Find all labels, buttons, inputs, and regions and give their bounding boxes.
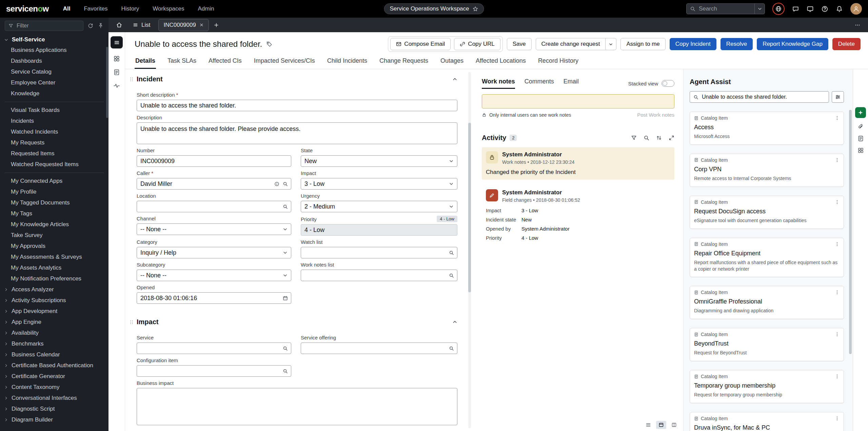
kebab-menu-icon[interactable] — [835, 116, 840, 120]
nav-workspaces[interactable]: Workspaces — [152, 3, 185, 14]
stacked-view-toggle[interactable] — [662, 80, 674, 87]
agent-assist-scrollbar-thumb[interactable] — [849, 110, 852, 354]
report-knowledge-gap-button[interactable]: Report Knowledge Gap — [757, 38, 828, 50]
search-scope-dropdown[interactable] — [754, 4, 765, 14]
nav-item-my-connected-apps[interactable]: My Connected Apps — [0, 176, 108, 187]
nav-item-requested-items[interactable]: Requested Items — [0, 148, 108, 159]
nav-module-benchmarks[interactable]: Benchmarks — [0, 338, 108, 349]
kebab-menu-icon[interactable] — [835, 200, 840, 204]
tab-record-history[interactable]: Record History — [537, 55, 579, 69]
assign-to-me-button[interactable]: Assign to me — [620, 38, 665, 50]
reference-lookup-icon[interactable] — [283, 346, 288, 351]
card-title[interactable]: Request DocuSign access — [694, 208, 840, 215]
opened-input[interactable] — [137, 292, 291, 304]
tab-comments[interactable]: Comments — [525, 78, 554, 89]
assist-card-docusign[interactable]: Catalog Item Request DocuSign access eSi… — [690, 196, 844, 229]
reference-lookup-icon[interactable] — [283, 369, 288, 374]
global-search-input[interactable] — [698, 5, 746, 13]
tab-details[interactable]: Details — [135, 55, 156, 69]
nav-item-watched-requested-items[interactable]: Watched Requested Items — [0, 159, 108, 170]
sidebar-scrollbar[interactable] — [106, 47, 108, 118]
agent-assist-search-input[interactable] — [701, 94, 825, 100]
nav-item-dashboards[interactable]: Dashboards — [0, 56, 108, 66]
global-search[interactable] — [686, 3, 765, 14]
nav-module-conversational-interfaces[interactable]: Conversational Interfaces — [0, 393, 108, 404]
create-change-request-caret-button[interactable] — [606, 38, 616, 50]
assist-card-repair-office-equipment[interactable]: Catalog Item Repair Office Equipment Rep… — [690, 238, 844, 277]
nav-module-availability[interactable]: Availability — [0, 328, 108, 338]
nav-item-visual-task-boards[interactable]: Visual Task Boards — [0, 105, 108, 116]
nav-item-my-tags[interactable]: My Tags — [0, 208, 108, 219]
assist-card-access[interactable]: Catalog Item Access Microsoft Access — [690, 112, 844, 145]
nav-item-watched-incidents[interactable]: Watched Incidents — [0, 126, 108, 137]
nav-module-content-taxonomy[interactable]: Content Taxonomy — [0, 382, 108, 393]
list-view-icon[interactable] — [643, 421, 653, 429]
kebab-menu-icon[interactable] — [835, 332, 840, 337]
nav-module-certificate-generator[interactable]: Certificate Generator — [0, 371, 108, 382]
nav-item-my-assessments-surveys[interactable]: My Assessments & Surveys — [0, 252, 108, 262]
nav-item-my-profile[interactable]: My Profile — [0, 187, 108, 197]
reference-lookup-icon[interactable] — [449, 273, 454, 278]
agent-assist-scrollbar[interactable] — [849, 73, 852, 428]
search-icon[interactable] — [644, 135, 649, 141]
pin-menu-icon[interactable] — [98, 23, 104, 29]
assist-card-beyondtrust[interactable]: Catalog Item BeyondTrust Request for Bey… — [690, 328, 844, 361]
delete-button[interactable]: Delete — [832, 38, 861, 50]
nav-all[interactable]: All — [62, 3, 71, 14]
expand-icon[interactable] — [669, 135, 674, 141]
nav-item-my-assets-analytics[interactable]: My Assets Analytics — [0, 262, 108, 273]
card-title[interactable]: Temporary group membership — [694, 382, 840, 389]
nav-module-app-engine[interactable]: App Engine — [0, 317, 108, 328]
card-title[interactable]: Druva inSync, for Mac & PC — [694, 424, 840, 431]
nav-history[interactable]: History — [120, 3, 140, 14]
card-view-icon[interactable] — [656, 421, 666, 429]
card-title[interactable]: BeyondTrust — [694, 340, 840, 347]
card-title[interactable]: Access — [694, 124, 840, 131]
category-select[interactable]: Inquiry / Help — [137, 247, 291, 258]
collapse-section-icon[interactable] — [452, 319, 457, 325]
tag-icon[interactable] — [266, 41, 272, 47]
favorite-star-icon[interactable] — [473, 6, 478, 12]
drag-grip-icon[interactable] — [129, 320, 134, 325]
activity-entry-field-changes[interactable]: System Administrator Field changes • 201… — [482, 185, 674, 248]
tab-impacted-services-cis[interactable]: Impacted Services/CIs — [253, 55, 316, 69]
nav-item-my-tagged-documents[interactable]: My Tagged Documents — [0, 197, 108, 208]
nav-filter-input[interactable] — [16, 22, 57, 29]
card-title[interactable]: Corp VPN — [694, 166, 840, 173]
reference-lookup-icon[interactable] — [449, 250, 454, 255]
kebab-menu-icon[interactable] — [835, 242, 840, 247]
card-title[interactable]: OmniGraffle Professional — [694, 298, 840, 305]
channel-select[interactable]: -- None -- — [137, 223, 291, 235]
kebab-menu-icon[interactable] — [835, 158, 840, 162]
nav-module-business-calendar[interactable]: Business Calendar — [0, 349, 108, 360]
copy-incident-button[interactable]: Copy Incident — [670, 38, 716, 50]
feedback-chat-icon[interactable] — [792, 5, 799, 13]
post-work-notes-button[interactable]: Post Work notes — [637, 112, 674, 118]
urgency-select[interactable]: 2 - Medium — [301, 201, 457, 212]
close-tab-icon[interactable] — [199, 23, 204, 27]
form-scrollbar-thumb[interactable] — [468, 123, 471, 292]
attachments-paperclip-icon[interactable] — [857, 123, 864, 130]
knowledge-doc-icon[interactable] — [857, 135, 864, 142]
tab-outages[interactable]: Outages — [440, 55, 464, 69]
watch-list-input[interactable] — [301, 247, 457, 258]
tab-overflow-icon[interactable] — [854, 22, 863, 28]
nav-item-service-catalog[interactable]: Service Catalog — [0, 66, 108, 77]
kebab-menu-icon[interactable] — [835, 374, 840, 379]
calendar-icon[interactable] — [283, 296, 288, 301]
collapse-section-icon[interactable] — [452, 77, 457, 82]
nav-admin[interactable]: Admin — [197, 3, 215, 14]
description-textarea[interactable]: Unable to access the shared folder. Plea… — [137, 122, 457, 144]
nav-module-diagnostic-script[interactable]: Diagnostic Script — [0, 404, 108, 414]
agent-assist-search-field[interactable] — [690, 91, 829, 103]
kebab-menu-icon[interactable] — [835, 416, 840, 421]
nav-module-diagram-builder[interactable]: Diagram Builder — [0, 414, 108, 425]
subcategory-select[interactable]: -- None -- — [137, 270, 291, 281]
nav-item-business-applications[interactable]: Business Applications — [0, 45, 108, 56]
notifications-bell-icon[interactable] — [836, 5, 843, 13]
reference-lookup-icon[interactable] — [449, 346, 454, 351]
filter-funnel-icon[interactable] — [631, 135, 637, 141]
sort-icon[interactable] — [656, 135, 662, 141]
servicenow-logo[interactable]: servicenow — [6, 4, 49, 14]
location-input[interactable] — [137, 201, 291, 212]
